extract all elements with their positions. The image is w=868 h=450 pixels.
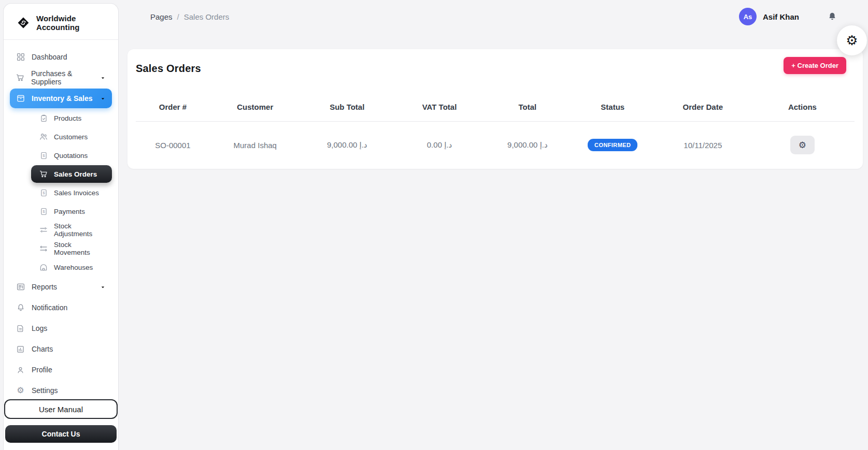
status-badge: CONFIRMED <box>588 139 637 151</box>
sidebar-item-payments[interactable]: $ Payments <box>31 202 112 220</box>
table-header-row: Order # Customer Sub Total VAT Total Tot… <box>136 97 855 122</box>
report-icon <box>16 282 25 292</box>
clipboard-icon <box>39 114 48 123</box>
col-order-no: Order # <box>136 97 210 122</box>
warehouse-icon <box>39 263 48 272</box>
sidebar-item-label: Products <box>54 114 81 122</box>
breadcrumb-current: Sales Orders <box>184 12 230 21</box>
col-actions: Actions <box>750 97 855 122</box>
sidebar-item-quotations[interactable]: $ Quotations <box>31 147 112 164</box>
sidebar-item-customers[interactable]: Customers <box>31 128 112 146</box>
avatar[interactable]: As <box>739 8 757 25</box>
cell-customer: Murad Ishaq <box>210 122 301 159</box>
brand-logo-icon <box>17 16 30 30</box>
col-total: Total <box>485 97 570 122</box>
chart-icon <box>16 345 25 354</box>
cell-vat-total: 0.00 د.إ <box>394 122 485 159</box>
sidebar-item-label: Profile <box>32 366 52 374</box>
cell-total: 9,000.00 د.إ <box>485 122 570 159</box>
sidebar-item-logs[interactable]: Logs <box>10 318 112 338</box>
sidebar-bottom-panel: User Manual Contact Us <box>4 397 118 450</box>
chevron-down-icon <box>99 284 106 291</box>
col-vat-total: VAT Total <box>394 97 485 122</box>
cell-actions: ⚙ <box>750 122 855 159</box>
breadcrumb-pages[interactable]: Pages <box>150 12 173 21</box>
sidebar-item-label: Dashboard <box>32 53 67 61</box>
notifications-button[interactable] <box>826 10 838 23</box>
col-status: Status <box>570 97 656 122</box>
contact-us-button[interactable]: Contact Us <box>5 425 117 443</box>
main-content: Pages / Sales Orders As Asif Khan Sales … <box>119 0 868 450</box>
grid-icon <box>16 52 25 62</box>
file-icon <box>16 324 25 333</box>
sidebar-item-label: Stock Movements <box>54 241 104 256</box>
svg-text:$: $ <box>42 191 45 195</box>
box-icon <box>16 94 25 103</box>
breadcrumb-separator: / <box>177 12 179 21</box>
invoice-icon: $ <box>39 207 48 216</box>
sliders-icon <box>39 225 48 235</box>
brand-name: Worldwide Accounting <box>36 14 112 32</box>
invoice-icon: $ <box>39 151 48 160</box>
chevron-down-icon <box>99 75 106 81</box>
page-title: Sales Orders <box>136 63 201 75</box>
table-row: SO-00001 Murad Ishaq 9,000.00 د.إ 0.00 د… <box>136 122 855 159</box>
sidebar-item-label: Sales Invoices <box>54 189 99 197</box>
chevron-down-icon <box>99 95 106 102</box>
gear-icon: ⚙ <box>16 386 25 395</box>
brand: Worldwide Accounting <box>4 4 118 39</box>
sidebar-item-purchases-suppliers[interactable]: Purchases & Suppliers <box>10 68 112 88</box>
topbar: Pages / Sales Orders As Asif Khan <box>119 0 868 33</box>
sidebar-nav: Dashboard Purchases & Suppliers Inventor… <box>4 40 118 400</box>
sidebar-item-label: Reports <box>32 283 57 291</box>
settings-fab-button[interactable]: ⚙ <box>837 25 867 55</box>
user-name: Asif Khan <box>763 12 799 21</box>
sidebar-item-label: Purchases & Suppliers <box>31 69 93 86</box>
breadcrumb: Pages / Sales Orders <box>150 12 229 21</box>
sidebar-item-reports[interactable]: Reports <box>10 277 112 297</box>
sidebar-item-stock-movements[interactable]: Stock Movements <box>31 240 112 257</box>
gear-icon: ⚙ <box>846 34 858 47</box>
user-menu[interactable]: As Asif Khan <box>739 8 799 25</box>
cell-order-no: SO-00001 <box>136 122 210 159</box>
col-sub-total: Sub Total <box>301 97 394 122</box>
sidebar-item-label: Stock Adjustments <box>54 222 104 238</box>
sidebar-item-products[interactable]: Products <box>31 109 112 127</box>
col-customer: Customer <box>210 97 301 122</box>
sidebar-item-profile[interactable]: Profile <box>10 360 112 380</box>
sidebar-item-stock-adjustments[interactable]: Stock Adjustments <box>31 221 112 239</box>
cell-status: CONFIRMED <box>570 122 656 159</box>
col-order-date: Order Date <box>656 97 750 122</box>
sidebar-item-warehouses[interactable]: Warehouses <box>31 258 112 276</box>
row-actions-button[interactable]: ⚙ <box>790 136 815 154</box>
sidebar-item-dashboard[interactable]: Dashboard <box>10 47 112 67</box>
svg-text:$: $ <box>42 210 45 214</box>
card-header: Sales Orders + Create Order <box>136 63 855 75</box>
user-manual-button[interactable]: User Manual <box>4 399 118 419</box>
sidebar-item-charts[interactable]: Charts <box>10 339 112 359</box>
user-icon <box>16 366 25 374</box>
sidebar-item-label: Logs <box>32 324 47 332</box>
sidebar-item-label: Notification <box>32 303 67 312</box>
orders-table: Order # Customer Sub Total VAT Total Tot… <box>136 97 855 158</box>
sidebar-item-label: Warehouses <box>54 264 93 271</box>
sidebar-item-notification[interactable]: Notification <box>10 298 112 317</box>
bell-icon <box>16 303 25 312</box>
sidebar-item-sales-orders[interactable]: Sales Orders <box>31 165 112 183</box>
cart-icon <box>16 73 25 82</box>
sidebar-item-label: Settings <box>32 386 58 395</box>
bell-icon <box>827 11 837 22</box>
sidebar-item-label: Customers <box>54 133 88 141</box>
users-icon <box>39 132 48 141</box>
sales-cart-icon <box>39 169 48 179</box>
sidebar-item-label: Quotations <box>54 152 88 159</box>
sales-orders-card: Sales Orders + Create Order Order # Cust… <box>127 49 863 169</box>
sidebar-item-label: Charts <box>32 345 53 353</box>
gear-icon: ⚙ <box>799 141 806 150</box>
sidebar-item-inventory-sales[interactable]: Inventory & Sales <box>10 89 112 108</box>
sidebar-item-label: Payments <box>54 208 85 215</box>
sidebar-item-sales-invoices[interactable]: $ Sales Invoices <box>31 184 112 201</box>
create-order-button[interactable]: + Create Order <box>784 57 846 74</box>
cell-sub-total: 9,000.00 د.إ <box>301 122 394 159</box>
swap-arrows-icon <box>39 244 48 253</box>
